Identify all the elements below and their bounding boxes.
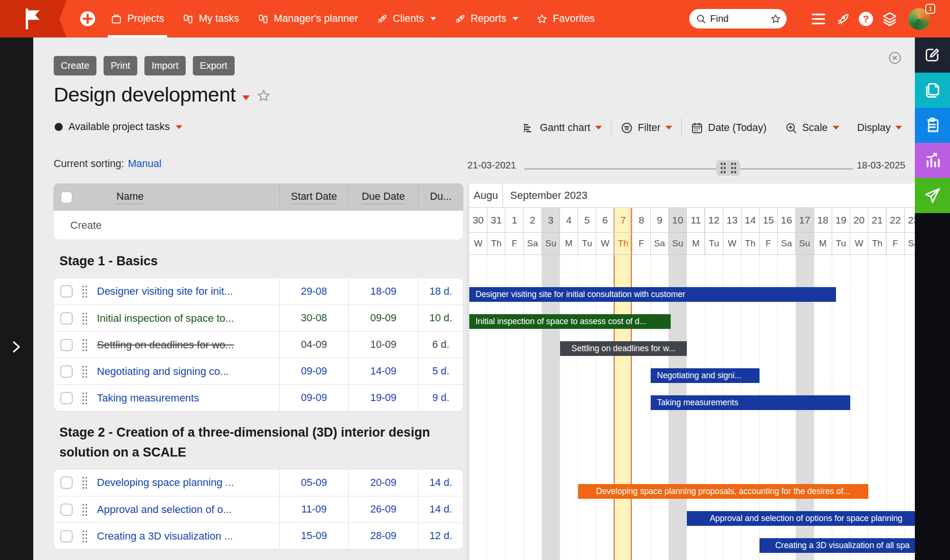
task-start-cell: 09-09: [279, 358, 348, 384]
range-end-date: 18-03-2025: [857, 160, 905, 171]
gantt-chart-control[interactable]: Gantt chart: [513, 121, 610, 134]
drag-handle-icon[interactable]: [82, 338, 88, 352]
star-icon: [536, 13, 548, 25]
create-task-row[interactable]: Create: [54, 211, 463, 240]
board-icon: [257, 13, 269, 25]
gantt-bar[interactable]: Initial inspection of space to assess co…: [469, 314, 671, 329]
nav-item-manager-s-planner[interactable]: Manager's planner: [257, 0, 358, 37]
nav-item-favorites[interactable]: Favorites: [536, 0, 595, 37]
gantt-bars: Designer visiting site for initial consu…: [469, 184, 915, 560]
drag-handle-icon[interactable]: [82, 530, 88, 543]
task-duration-cell: 6 d.: [418, 332, 463, 358]
control-label: Gantt chart: [540, 122, 590, 134]
search-box[interactable]: [689, 9, 787, 28]
task-name-link[interactable]: Creating a 3D visualization ...: [97, 530, 233, 542]
sidebar-tile-copy[interactable]: [915, 73, 950, 108]
row-checkbox[interactable]: [60, 392, 73, 404]
gantt-bar[interactable]: Taking measurements: [651, 395, 850, 410]
task-duration-cell: 5 d.: [418, 358, 463, 384]
task-name-link[interactable]: Developing space planning ...: [97, 476, 234, 489]
title-caret-icon[interactable]: [242, 95, 250, 100]
drag-handle-icon[interactable]: [82, 285, 88, 298]
date-today--control[interactable]: Date (Today): [682, 121, 776, 134]
create-button[interactable]: Create: [54, 56, 96, 75]
task-duration-cell: 9 d.: [418, 385, 463, 411]
row-checkbox[interactable]: [60, 530, 73, 542]
row-checkbox[interactable]: [60, 365, 73, 378]
gantt-bar[interactable]: Negotiating and signi...: [651, 368, 760, 383]
nav-label: Projects: [127, 13, 164, 25]
task-filter-dropdown[interactable]: Available project tasks: [55, 121, 182, 133]
favorite-star-icon[interactable]: [256, 89, 271, 103]
nav-item-projects[interactable]: Projects: [111, 0, 164, 37]
menu-icon[interactable]: [810, 11, 826, 27]
sidebar-tile-chart[interactable]: [915, 143, 950, 178]
export-button[interactable]: Export: [193, 56, 235, 75]
chevron-down-icon: [895, 126, 902, 130]
task-start-cell: 05-09: [279, 469, 348, 496]
task-duration-cell: 12 d.: [418, 523, 463, 549]
drag-handle-icon[interactable]: [82, 312, 88, 325]
nav-item-clients[interactable]: Clients: [376, 0, 436, 37]
task-name-link[interactable]: Initial inspection of space to...: [97, 312, 234, 325]
task-name-link[interactable]: Designer visiting site for init...: [97, 285, 233, 298]
task-due-cell: 14-09: [348, 358, 418, 384]
column-header-start-date[interactable]: Start Date: [291, 191, 337, 204]
rocket-icon[interactable]: [835, 11, 851, 27]
row-checkbox[interactable]: [60, 504, 73, 516]
row-checkbox[interactable]: [60, 312, 73, 325]
gantt-bar[interactable]: Developing space planning proposals, acc…: [578, 484, 868, 499]
task-name-link[interactable]: Approval and selection of o...: [97, 504, 232, 516]
task-duration-cell: 10 d.: [418, 305, 463, 331]
nav-label: My tasks: [199, 13, 239, 25]
logo[interactable]: [0, 0, 66, 37]
drag-handle-icon[interactable]: [82, 365, 88, 378]
nav-label: Clients: [393, 13, 424, 25]
task-name-link[interactable]: Negotiating and signing co...: [97, 365, 229, 378]
flag-logo-icon: [24, 9, 43, 29]
chevron-down-icon: [595, 126, 602, 130]
column-header-name[interactable]: Name: [116, 191, 143, 204]
layers-icon[interactable]: [882, 11, 898, 27]
column-header-due-date[interactable]: Due Date: [362, 191, 405, 204]
gantt-bar[interactable]: Creating a 3D visualization of all spa: [760, 538, 915, 553]
drag-handle-icon[interactable]: [82, 392, 88, 405]
task-name-link[interactable]: Taking measurements: [97, 392, 199, 404]
sorting-value-link[interactable]: Manual: [128, 158, 162, 169]
print-button[interactable]: Print: [104, 56, 137, 75]
add-button[interactable]: [79, 10, 96, 28]
search-star-icon[interactable]: [770, 14, 781, 24]
row-checkbox[interactable]: [60, 339, 73, 351]
table-row: Taking measurements09-0919-099 d.: [54, 384, 463, 411]
sidebar-tile-send[interactable]: [915, 178, 950, 213]
gantt-bar[interactable]: Settling on deadlines for w...: [560, 341, 687, 356]
search-input[interactable]: [710, 13, 770, 24]
close-icon[interactable]: [888, 51, 902, 65]
help-icon[interactable]: ?: [859, 12, 873, 26]
gantt-bar-label: Designer visiting site for initial consu…: [475, 289, 685, 299]
topbar-nav: ProjectsMy tasksManager's plannerClients…: [111, 0, 595, 37]
import-button[interactable]: Import: [144, 56, 186, 75]
sidebar-tile-edit[interactable]: [915, 37, 950, 73]
select-all-checkbox[interactable]: [60, 191, 73, 204]
display-control[interactable]: Display: [848, 122, 912, 134]
filter-control[interactable]: Filter: [611, 121, 681, 134]
gantt-bar[interactable]: Approval and selection of options for sp…: [687, 511, 915, 526]
row-checkbox[interactable]: [60, 285, 73, 298]
gantt-bar[interactable]: Designer visiting site for initial consu…: [469, 287, 836, 302]
range-handle[interactable]: [715, 158, 741, 178]
sidebar-tile-clipboard[interactable]: [915, 108, 950, 143]
view-controls: Gantt chartFilterDate (Today)ScaleDispla…: [513, 118, 911, 137]
range-track[interactable]: [524, 168, 853, 169]
expand-sidebar-chevron-icon[interactable]: [8, 337, 24, 356]
task-name-link[interactable]: Settling on deadlines for wo...: [97, 339, 234, 351]
drag-handle-icon[interactable]: [82, 503, 88, 516]
gantt-bar-label: Initial inspection of space to assess co…: [475, 317, 646, 327]
task-due-cell: 20-09: [348, 469, 418, 496]
send-icon: [923, 187, 941, 205]
row-checkbox[interactable]: [60, 476, 73, 489]
nav-item-reports[interactable]: Reports: [454, 0, 518, 37]
nav-item-my-tasks[interactable]: My tasks: [182, 0, 239, 37]
scale-control[interactable]: Scale: [776, 121, 848, 134]
drag-handle-icon[interactable]: [82, 476, 88, 489]
